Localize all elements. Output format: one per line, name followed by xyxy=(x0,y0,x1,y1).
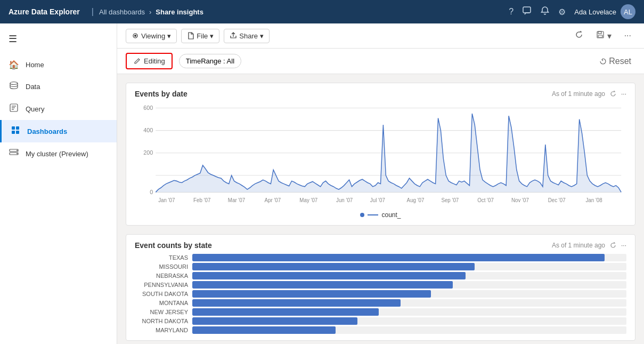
svg-text:200: 200 xyxy=(143,149,153,156)
state-chart-title: Event counts by state xyxy=(135,241,212,250)
help-icon[interactable]: ? xyxy=(509,7,513,17)
bar-label: SOUTH DAKOTA xyxy=(135,291,188,297)
reset-button[interactable]: Reset xyxy=(595,54,635,69)
svg-text:Oct '07: Oct '07 xyxy=(477,197,494,203)
svg-point-1 xyxy=(10,82,18,85)
feedback-icon[interactable] xyxy=(522,6,532,18)
svg-rect-0 xyxy=(523,7,531,13)
filter-label: TimeRange : All xyxy=(186,57,234,65)
file-chevron-icon: ▾ xyxy=(210,32,214,40)
bar-row: MISSOURI xyxy=(135,263,626,270)
bar-fill xyxy=(192,308,379,316)
events-chart-header: Events by date As of 1 minute ago ··· xyxy=(135,90,626,98)
sidebar-item-home[interactable]: 🏠 Home xyxy=(0,54,117,75)
events-chart-title: Events by date xyxy=(135,90,188,98)
bar-track xyxy=(192,326,626,334)
bar-row: NEW JERSEY xyxy=(135,308,626,316)
svg-text:Mar '07: Mar '07 xyxy=(228,197,246,203)
sidebar-item-mycluster[interactable]: My cluster (Preview) xyxy=(0,142,117,165)
bar-track xyxy=(192,263,626,270)
svg-text:Jan '08: Jan '08 xyxy=(585,197,602,203)
bar-fill xyxy=(192,326,336,334)
breadcrumb-current: Share insights xyxy=(156,8,203,16)
sidebar-label-data: Data xyxy=(26,83,40,91)
brand-name: Azure Data Explorer xyxy=(9,7,80,16)
file-button[interactable]: File ▾ xyxy=(181,29,219,43)
sidebar-item-data[interactable]: Data xyxy=(0,75,117,98)
svg-point-13 xyxy=(17,153,18,154)
save-chevron-icon: ▾ xyxy=(607,31,612,41)
events-refresh-icon[interactable] xyxy=(609,90,617,98)
more-options-button[interactable]: ··· xyxy=(620,28,635,43)
editing-toolbar-right: Reset xyxy=(595,54,635,69)
bar-track xyxy=(192,308,626,316)
dashboard-content: Events by date As of 1 minute ago ··· xyxy=(117,74,644,344)
file-label: File xyxy=(197,32,208,40)
toolbar-right: ▾ ··· xyxy=(570,28,635,44)
dashboard-toolbar: Viewing ▾ File ▾ Share ▾ ▾ xyxy=(117,23,644,49)
query-icon xyxy=(9,103,19,115)
state-more-icon[interactable]: ··· xyxy=(621,242,626,249)
svg-rect-7 xyxy=(16,126,19,130)
sidebar: ☰ 🏠 Home Data Query Dashboards xyxy=(0,23,117,344)
top-navigation: Azure Data Explorer | All dashboards › S… xyxy=(0,0,644,23)
svg-text:Aug '07: Aug '07 xyxy=(407,197,425,203)
sidebar-label-home: Home xyxy=(26,61,44,69)
state-bar-chart: TEXAS MISSOURI NEBRASKA PENNSYLVANIA SOU… xyxy=(135,254,626,334)
bar-label: TEXAS xyxy=(135,254,188,261)
nav-separator: | xyxy=(92,7,94,17)
timerange-filter-button[interactable]: TimeRange : All xyxy=(179,54,241,68)
svg-text:400: 400 xyxy=(143,126,153,133)
svg-rect-6 xyxy=(12,126,15,130)
bar-row: PENNSYLVANIA xyxy=(135,281,626,289)
bar-row: SOUTH DAKOTA xyxy=(135,290,626,298)
save-button[interactable]: ▾ xyxy=(592,28,615,44)
events-chart-legend: count_ xyxy=(135,211,626,219)
settings-icon[interactable]: ⚙ xyxy=(558,7,566,17)
sidebar-item-query[interactable]: Query xyxy=(0,98,117,120)
event-counts-by-state-card: Event counts by state As of 1 minute ago… xyxy=(126,234,635,341)
bar-fill xyxy=(192,299,401,307)
bar-row: TEXAS xyxy=(135,254,626,261)
svg-point-12 xyxy=(17,150,18,151)
state-refresh-icon[interactable] xyxy=(609,242,617,249)
viewing-button[interactable]: Viewing ▾ xyxy=(126,29,177,43)
events-line-chart: 600 400 200 0 Jan '07 Feb '07 Mar '07 Ap… xyxy=(135,102,626,209)
bar-track xyxy=(192,281,626,289)
svg-rect-9 xyxy=(16,131,19,134)
events-more-icon[interactable]: ··· xyxy=(621,90,626,98)
legend-dot-line xyxy=(368,214,378,215)
bar-label: PENNSYLVANIA xyxy=(135,282,188,288)
content-area: Viewing ▾ File ▾ Share ▾ ▾ xyxy=(117,23,644,344)
svg-point-15 xyxy=(134,35,136,37)
legend-dot-circle xyxy=(360,213,364,217)
bar-fill xyxy=(192,317,357,325)
svg-text:Sep '07: Sep '07 xyxy=(441,197,459,203)
edit-pencil-icon xyxy=(133,58,141,65)
sidebar-item-dashboards[interactable]: Dashboards xyxy=(0,120,117,142)
share-button[interactable]: Share ▾ xyxy=(224,29,270,43)
breadcrumb-all-dashboards[interactable]: All dashboards xyxy=(99,8,145,16)
notifications-icon[interactable] xyxy=(540,6,550,18)
events-legend-label: count_ xyxy=(381,211,401,219)
events-meta-text: As of 1 minute ago xyxy=(552,90,605,98)
bar-label: NEW JERSEY xyxy=(135,309,188,315)
bar-row: MARYLAND xyxy=(135,326,626,334)
svg-text:May '07: May '07 xyxy=(299,197,317,203)
refresh-button[interactable] xyxy=(570,28,588,44)
bar-label: NEBRASKA xyxy=(135,273,188,279)
bar-track xyxy=(192,272,626,279)
user-menu[interactable]: Ada Lovelace AL xyxy=(574,4,635,19)
svg-text:Jan '07: Jan '07 xyxy=(158,197,175,203)
editing-mode-box[interactable]: Editing xyxy=(126,53,173,69)
bar-track xyxy=(192,254,626,261)
bar-row: NEBRASKA xyxy=(135,272,626,279)
home-icon: 🏠 xyxy=(9,60,19,70)
bar-track xyxy=(192,299,626,307)
user-name: Ada Lovelace xyxy=(574,8,616,16)
svg-text:600: 600 xyxy=(143,104,153,110)
hamburger-menu[interactable]: ☰ xyxy=(0,28,117,50)
events-chart-svg: 600 400 200 0 Jan '07 Feb '07 Mar '07 Ap… xyxy=(135,102,626,209)
bar-fill xyxy=(192,263,475,270)
reset-label: Reset xyxy=(609,57,631,66)
